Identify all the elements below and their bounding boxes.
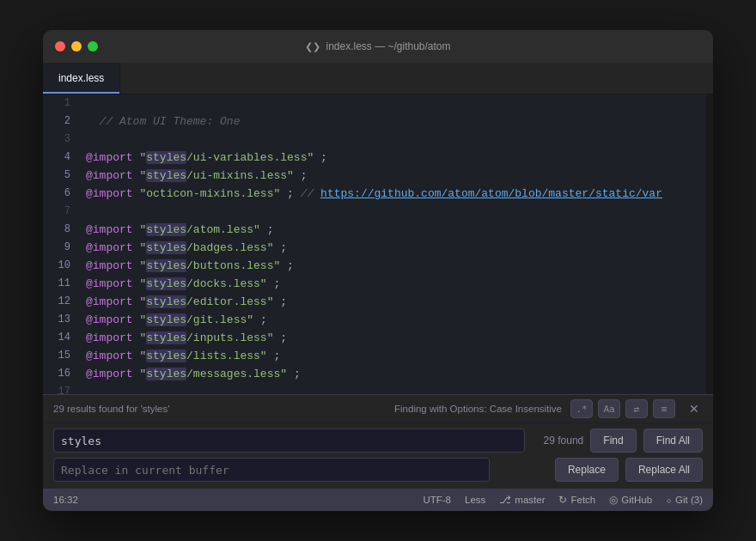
title-label: index.less — ~/github/atom	[326, 40, 450, 52]
replace-input[interactable]	[53, 458, 490, 482]
grammar-text: Less	[465, 495, 485, 505]
traffic-lights	[55, 41, 98, 52]
regex-option-btn[interactable]: .*	[570, 399, 593, 418]
code-line-15: @import "styles/lists.less" ;	[86, 347, 706, 365]
github-text: GitHub	[621, 495, 652, 505]
code-line-4: @import "styles/ui-variables.less" ;	[86, 149, 706, 167]
at-keyword: @import	[86, 151, 133, 164]
status-position[interactable]: 16:32	[53, 495, 78, 505]
line-num-9: 9	[43, 239, 79, 257]
find-bar-header: 29 results found for 'styles' Finding wi…	[43, 395, 713, 423]
branch-icon: ⎇	[499, 494, 511, 506]
replace-all-button[interactable]: Replace All	[625, 458, 703, 482]
line-num-11: 11	[43, 275, 79, 293]
code-line-11: @import "styles/docks.less" ;	[86, 275, 706, 293]
status-encoding[interactable]: UTF-8	[423, 495, 451, 505]
status-github[interactable]: ◎ GitHub	[609, 494, 652, 506]
line-num-17: 17	[43, 383, 79, 394]
find-count: 29 found	[532, 435, 583, 447]
replace-row: Replace Replace All	[43, 458, 713, 489]
code-line-1	[86, 94, 706, 112]
encoding-text: UTF-8	[423, 495, 451, 505]
line-num-1: 1	[43, 94, 79, 112]
code-line-16: @import "styles/messages.less" ;	[86, 365, 706, 383]
window-title: ❮❯ index.less — ~/github/atom	[305, 40, 450, 52]
code-line-2: // Atom UI Theme: One	[86, 112, 706, 131]
selection-option-btn[interactable]: ≡	[653, 399, 675, 418]
scrollbar[interactable]	[706, 94, 713, 394]
find-status: 29 results found for 'styles'	[53, 404, 169, 414]
line-num-13: 13	[43, 311, 79, 329]
line-num-12: 12	[43, 293, 79, 311]
code-line-17	[86, 383, 706, 394]
tab-bar: index.less	[43, 63, 713, 94]
replace-button[interactable]: Replace	[555, 458, 619, 482]
line-num-5: 5	[43, 167, 79, 185]
status-grammar[interactable]: Less	[465, 495, 485, 505]
line-num-7: 7	[43, 203, 79, 221]
find-options-label: Finding with Options: Case Insensitive	[394, 404, 562, 414]
code-line-13: @import "styles/git.less" ;	[86, 311, 706, 329]
code-line-12: @import "styles/editor.less" ;	[86, 293, 706, 311]
code-line-3	[86, 131, 706, 149]
code-line-5: @import "styles/ui-mixins.less" ;	[86, 167, 706, 185]
find-all-button[interactable]: Find All	[643, 429, 703, 453]
line-num-4: 4	[43, 149, 79, 167]
title-bar: ❮❯ index.less — ~/github/atom	[43, 30, 713, 63]
git-text: Git (3)	[675, 495, 703, 505]
line-num-14: 14	[43, 329, 79, 347]
code-line-14: @import "styles/inputs.less" ;	[86, 329, 706, 347]
file-icon: ❮❯	[305, 41, 320, 52]
code-line-7	[86, 203, 706, 221]
line-num-6: 6	[43, 185, 79, 203]
line-num-2: 2	[43, 112, 79, 131]
line-num-15: 15	[43, 347, 79, 365]
code-area[interactable]: // Atom UI Theme: One @import "styles/ui…	[79, 94, 706, 394]
editor-window: ❮❯ index.less — ~/github/atom index.less…	[43, 30, 713, 511]
code-line-9: @import "styles/badges.less" ;	[86, 239, 706, 257]
line-num-8: 8	[43, 221, 79, 239]
status-git[interactable]: ⬦ Git (3)	[666, 494, 703, 506]
github-icon: ◎	[609, 494, 618, 506]
tab-index-less[interactable]: index.less	[43, 63, 120, 94]
line-num-10: 10	[43, 257, 79, 275]
find-bar: 29 results found for 'styles' Finding wi…	[43, 394, 713, 489]
code-line-10: @import "styles/buttons.less" ;	[86, 257, 706, 275]
close-button[interactable]	[55, 41, 65, 52]
line-num-16: 16	[43, 365, 79, 383]
line-numbers: 1 2 3 4 5 6 7 8 9 10 11 12 13 14 15 16 1…	[43, 94, 79, 394]
find-button[interactable]: Find	[590, 429, 636, 453]
case-option-btn[interactable]: Aa	[598, 399, 620, 418]
maximize-button[interactable]	[88, 41, 98, 52]
comment-text: // Atom UI Theme: One	[86, 115, 240, 128]
fetch-icon: ↻	[558, 494, 567, 506]
line-num-3: 3	[43, 131, 79, 149]
find-row: 29 found Find Find All	[43, 423, 713, 458]
find-close-btn[interactable]: ✕	[686, 400, 703, 417]
status-branch[interactable]: ⎇ master	[499, 494, 545, 506]
status-fetch[interactable]: ↻ Fetch	[558, 494, 595, 506]
git-icon: ⬦	[666, 494, 672, 506]
status-bar: 16:32 UTF-8 Less ⎇ master ↻ Fetch ◎ GitH…	[43, 489, 713, 511]
fetch-text: Fetch	[570, 495, 595, 505]
editor-area: 1 2 3 4 5 6 7 8 9 10 11 12 13 14 15 16 1…	[43, 94, 713, 394]
branch-text: master	[515, 495, 545, 505]
code-line-8: @import "styles/atom.less" ;	[86, 221, 706, 239]
minimize-button[interactable]	[71, 41, 82, 52]
tab-label: index.less	[58, 72, 104, 84]
code-line-6: @import "octicon-mixins.less" ; // https…	[86, 185, 706, 203]
whole-word-option-btn[interactable]: ⇄	[625, 399, 648, 418]
find-options: Finding with Options: Case Insensitive .…	[394, 399, 703, 418]
position-text: 16:32	[53, 495, 78, 505]
find-input[interactable]	[53, 429, 525, 453]
